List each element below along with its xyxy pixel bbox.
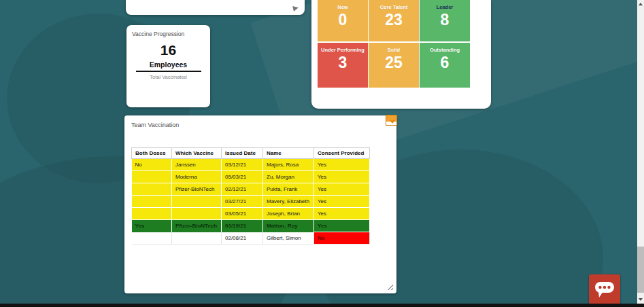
table-cell: Yes — [314, 171, 370, 183]
table-cell: No — [314, 232, 370, 245]
table-cell: 05/03/21 — [222, 171, 263, 183]
table-cell: 03/19/21 — [222, 220, 263, 232]
table-cell — [132, 183, 172, 196]
table-row[interactable]: 03/27/21Mavery, ElizabethYes — [132, 196, 370, 208]
chat-button[interactable] — [589, 274, 620, 304]
table-cell — [172, 208, 222, 220]
bottom-bar — [0, 304, 644, 307]
table-cell: 03/12/21 — [222, 159, 263, 171]
table-row[interactable]: NoJanssen03/12/21Majors, RosaYes — [132, 159, 370, 171]
table-row[interactable]: YesPfizer-BioNTech03/19/21Matton, RoyYes — [132, 220, 370, 232]
table-cell: Pukta, Frank — [263, 183, 314, 196]
vaccinated-unit-label: Employees — [136, 60, 201, 72]
dropdown-caret-icon — [390, 120, 395, 124]
arrow-down-icon — [639, 298, 643, 301]
column-header-both-doses[interactable]: Both Doses — [132, 148, 172, 159]
scrollbar-thumb[interactable] — [637, 247, 644, 293]
tile-value: 3 — [339, 55, 348, 71]
talent-tile-solid[interactable]: Solid25 — [369, 43, 419, 88]
talent-tile-leader[interactable]: Leader8 — [420, 0, 470, 41]
vertical-scrollbar[interactable] — [637, 0, 644, 304]
table-cell: 03/27/21 — [222, 196, 263, 208]
table-cell — [132, 232, 172, 245]
table-cell — [132, 171, 172, 183]
tile-value: 8 — [441, 12, 450, 28]
vaccine-progression-card: Vaccine Progression 16 Employees Total V… — [126, 25, 210, 107]
tile-value: 25 — [385, 55, 403, 71]
table-cell: Yes — [314, 159, 370, 171]
talent-tile-new[interactable]: New0 — [318, 0, 368, 41]
talent-tile-core-talent[interactable]: Core Talent23 — [369, 0, 419, 41]
table-cell: No — [132, 159, 172, 171]
vaccine-progression-title: Vaccine Progression — [126, 25, 210, 37]
table-cell: Zu, Morgan — [263, 171, 314, 183]
arrow-up-icon — [639, 3, 643, 5]
team-vaccination-title: Team Vaccination — [124, 115, 396, 128]
table-row[interactable]: 02/08/21Gilbert, SimonNo — [132, 232, 370, 245]
tile-label: Solid — [388, 48, 400, 53]
table-cell: Janssen — [172, 159, 222, 171]
table-cell — [172, 232, 222, 245]
tile-value: 6 — [441, 55, 450, 71]
table-cell: Pfizer-BioNTech — [172, 183, 222, 196]
table-cell — [172, 196, 222, 208]
tile-value: 0 — [339, 12, 348, 28]
widget-menu-button[interactable] — [386, 115, 397, 126]
table-cell: Joseph, Brian — [263, 208, 314, 220]
team-vaccination-card: Team Vaccination Both DosesWhich Vaccine… — [124, 115, 396, 293]
column-header-consent-provided[interactable]: Consent Provided — [314, 148, 370, 159]
resize-handle-icon[interactable] — [387, 284, 393, 290]
table-cell: Pfizer-BioNTech — [172, 220, 222, 232]
table-cell — [132, 196, 172, 208]
talent-grid: New0Core Talent23Leader8Under Performing… — [318, 0, 470, 88]
table-cell: Mavery, Elizabeth — [263, 196, 314, 208]
table-cell: 02/08/21 — [222, 232, 263, 245]
table-cell: Yes — [314, 183, 370, 196]
vaccinated-count: 16 — [126, 42, 210, 58]
table-cell: 02/12/21 — [222, 183, 263, 196]
talent-tile-outstanding[interactable]: Outstanding6 — [420, 43, 470, 88]
table-cell — [132, 208, 172, 220]
top-widget-card — [126, 0, 305, 15]
table-row[interactable]: Pfizer-BioNTech02/12/21Pukta, FrankYes — [132, 183, 370, 196]
tile-label: Outstanding — [430, 48, 460, 53]
tile-value: 23 — [385, 12, 403, 28]
tile-label: Under Performing — [321, 48, 365, 53]
table-cell: Yes — [314, 220, 370, 232]
team-vaccination-table: Both DosesWhich VaccineIssued DateNameCo… — [131, 147, 370, 245]
table-row[interactable]: Moderna05/03/21Zu, MorganYes — [132, 171, 370, 183]
vaccinated-caption: Total Vaccinated — [126, 74, 210, 80]
chat-bubble-icon — [589, 274, 620, 304]
scroll-up-button[interactable] — [637, 0, 644, 8]
column-header-name[interactable]: Name — [263, 148, 314, 159]
table-cell: 03/05/21 — [222, 208, 263, 220]
table-cell: Yes — [132, 220, 172, 232]
table-cell: Majors, Rosa — [263, 159, 314, 171]
table-cell: Matton, Roy — [263, 220, 314, 232]
tile-label: Core Talent — [380, 5, 408, 10]
scroll-down-button[interactable] — [637, 295, 644, 304]
tile-label: Leader — [437, 5, 454, 10]
table-row[interactable]: 03/05/21Joseph, BrianYes — [132, 208, 370, 220]
column-header-which-vaccine[interactable]: Which Vaccine — [172, 148, 222, 159]
tile-label: New — [337, 5, 348, 10]
talent-tile-under-performing[interactable]: Under Performing3 — [318, 43, 368, 88]
column-header-issued-date[interactable]: Issued Date — [222, 148, 263, 159]
table-cell: Moderna — [172, 171, 222, 183]
table-cell: Gilbert, Simon — [263, 232, 314, 245]
table-header: Both DosesWhich VaccineIssued DateNameCo… — [132, 148, 370, 159]
cursor-arrow-icon — [292, 5, 299, 11]
talent-summary-card: New0Core Talent23Leader8Under Performing… — [311, 0, 491, 109]
table-cell: Yes — [314, 196, 370, 208]
table-cell: Yes — [314, 208, 370, 220]
